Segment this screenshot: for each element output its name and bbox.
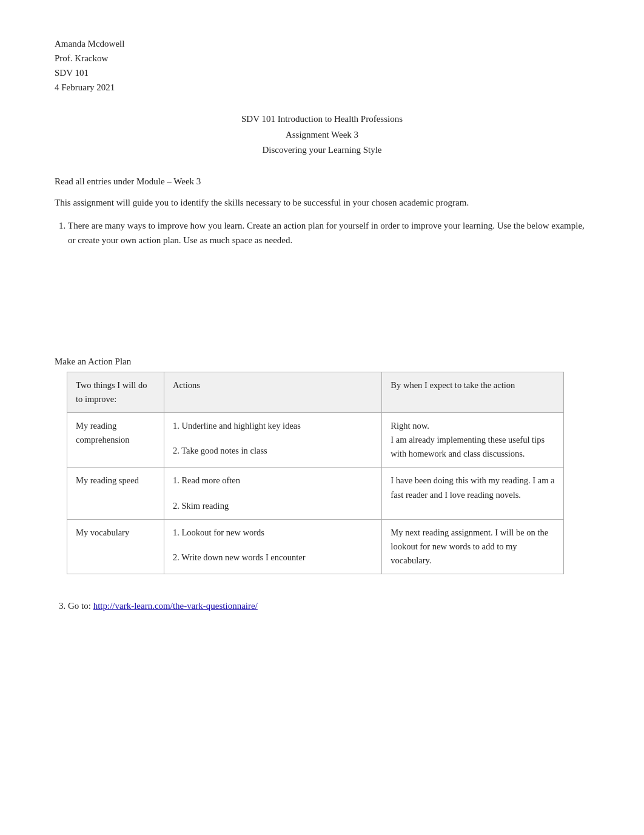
question-3: Go to: http://vark-learn.com/the-vark-qu… <box>68 599 589 613</box>
col-header-when: By when I expect to take the action <box>382 372 564 412</box>
action-item-1-0: 1. Read more often <box>173 474 373 488</box>
when-cell-2: My next reading assignment. I will be on… <box>382 519 564 574</box>
action-plan-table: Two things I will do to improve: Actions… <box>67 372 564 575</box>
professor: Prof. Krackow <box>55 51 589 65</box>
title-line2: Assignment Week 3 <box>55 127 589 143</box>
when-cell-0: Right now. I am already implementing the… <box>382 412 564 468</box>
actions-cell-1: 1. Read more often2. Skim reading <box>164 468 381 519</box>
action-item-0-0: 1. Underline and highlight key ideas <box>173 419 373 433</box>
actions-cell-2: 1. Lookout for new words2. Write down ne… <box>164 519 381 574</box>
col-header-actions: Actions <box>164 372 381 412</box>
vark-link[interactable]: http://vark-learn.com/the-vark-questionn… <box>93 601 258 611</box>
improve-cell-1: My reading speed <box>67 468 164 519</box>
footer-questions: Go to: http://vark-learn.com/the-vark-qu… <box>68 599 589 613</box>
action-item-2-1: 2. Write down new words I encounter <box>173 551 373 565</box>
assignment-description: This assignment will guide you to identi… <box>55 195 589 210</box>
table-label: Make an Action Plan <box>55 357 589 367</box>
action-item-0-1: 2. Take good notes in class <box>173 444 373 458</box>
action-item-2-0: 1. Lookout for new words <box>173 526 373 540</box>
student-name: Amanda Mcdowell <box>55 36 589 51</box>
title-line1: SDV 101 Introduction to Health Professio… <box>55 112 589 127</box>
action-item-1-1: 2. Skim reading <box>173 499 373 513</box>
read-instruction: Read all entries under Module – Week 3 <box>55 176 589 187</box>
date: 4 February 2021 <box>55 80 589 95</box>
improve-cell-0: My reading comprehension <box>67 412 164 468</box>
question-1: There are many ways to improve how you l… <box>68 218 589 247</box>
course: SDV 101 <box>55 65 589 80</box>
main-questions-list: There are many ways to improve how you l… <box>68 218 589 247</box>
col-header-improve: Two things I will do to improve: <box>67 372 164 412</box>
title-line3: Discovering your Learning Style <box>55 143 589 158</box>
assignment-title: SDV 101 Introduction to Health Professio… <box>55 112 589 158</box>
when-cell-1: I have been doing this with my reading. … <box>382 468 564 519</box>
header-block: Amanda Mcdowell Prof. Krackow SDV 101 4 … <box>55 36 589 95</box>
improve-cell-2: My vocabulary <box>67 519 164 574</box>
actions-cell-0: 1. Underline and highlight key ideas2. T… <box>164 412 381 468</box>
